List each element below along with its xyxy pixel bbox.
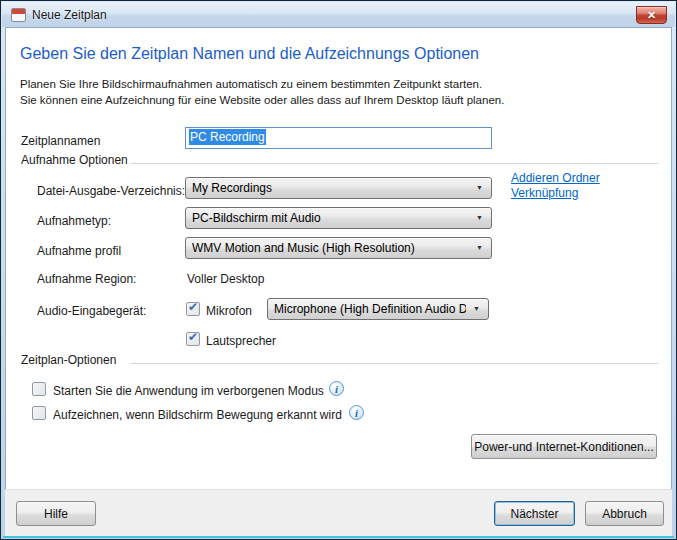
help-button[interactable]: Hilfe bbox=[16, 501, 96, 526]
microphone-label: Mikrofon bbox=[206, 304, 252, 318]
schedule-name-label: Zeitplannamen bbox=[21, 134, 100, 148]
audio-input-label: Audio-Eingabegerät: bbox=[37, 304, 146, 318]
info-icon[interactable]: i bbox=[329, 381, 344, 396]
output-dir-label: Datei-Ausgabe-Verzeichnis: bbox=[37, 184, 185, 198]
recording-region-label: Aufnahme Region: bbox=[37, 272, 136, 286]
new-schedule-dialog: Neue Zeitplan ✕ Geben Sie den Zeitplan N… bbox=[0, 0, 677, 540]
recording-profile-select[interactable]: WMV Motion and Music (High Resolution) ▼ bbox=[185, 237, 492, 259]
info-icon[interactable]: i bbox=[349, 405, 364, 420]
recording-profile-label: Aufnahme profil bbox=[37, 244, 121, 258]
window-bottom-accent bbox=[3, 536, 674, 538]
output-dir-select[interactable]: My Recordings ▼ bbox=[185, 177, 492, 199]
close-icon[interactable]: ✕ bbox=[636, 6, 667, 24]
recording-options-group-label: Aufnahme Optionen bbox=[21, 153, 128, 167]
chevron-down-icon: ▼ bbox=[473, 181, 486, 195]
check-icon: ✔ bbox=[188, 330, 198, 344]
motion-detect-checkbox[interactable] bbox=[32, 406, 46, 420]
selected-text: PC Recording bbox=[189, 129, 266, 145]
title-bar[interactable]: Neue Zeitplan ✕ bbox=[2, 2, 675, 27]
recording-type-select[interactable]: PC-Bildschirm mit Audio ▼ bbox=[185, 207, 492, 229]
power-internet-conditions-button[interactable]: Power-und Internet-Konditionen... bbox=[471, 434, 657, 459]
page-title: Geben Sie den Zeitplan Namen und die Auf… bbox=[20, 45, 479, 63]
check-icon: ✔ bbox=[188, 300, 198, 314]
add-folder-shortcut-link[interactable]: Addieren Ordner Verknüpfung bbox=[511, 171, 636, 201]
chevron-down-icon: ▼ bbox=[470, 302, 483, 316]
schedule-name-input[interactable]: PC Recording bbox=[185, 127, 492, 149]
speaker-label: Lautsprecher bbox=[206, 334, 276, 348]
cancel-button[interactable]: Abbruch bbox=[585, 501, 664, 526]
microphone-checkbox[interactable]: ✔ bbox=[186, 302, 200, 316]
description-line1: Planen Sie Ihre Bildschirmaufnahmen auto… bbox=[20, 78, 482, 90]
window-title: Neue Zeitplan bbox=[32, 8, 107, 22]
group-divider bbox=[131, 363, 658, 364]
recording-region-value: Voller Desktop bbox=[187, 272, 264, 286]
hidden-mode-checkbox[interactable] bbox=[32, 382, 46, 396]
group-divider bbox=[131, 163, 658, 164]
schedule-calendar-icon bbox=[11, 8, 26, 22]
motion-detect-label: Aufzeichnen, wenn Bildschirm Bewegung er… bbox=[53, 408, 342, 422]
recording-type-label: Aufnahmetyp: bbox=[37, 214, 111, 228]
description-line2: Sie können eine Aufzeichnung für eine We… bbox=[20, 94, 504, 106]
chevron-down-icon: ▼ bbox=[473, 241, 486, 255]
next-button[interactable]: Nächster bbox=[494, 501, 575, 526]
microphone-device-select[interactable]: Microphone (High Definition Audio Dev ▼ bbox=[267, 298, 489, 320]
hidden-mode-label: Starten Sie die Anwendung im verborgenen… bbox=[53, 384, 324, 398]
speaker-checkbox[interactable]: ✔ bbox=[186, 332, 200, 346]
chevron-down-icon: ▼ bbox=[473, 211, 486, 225]
schedule-options-group-label: Zeitplan-Optionen bbox=[21, 353, 116, 367]
